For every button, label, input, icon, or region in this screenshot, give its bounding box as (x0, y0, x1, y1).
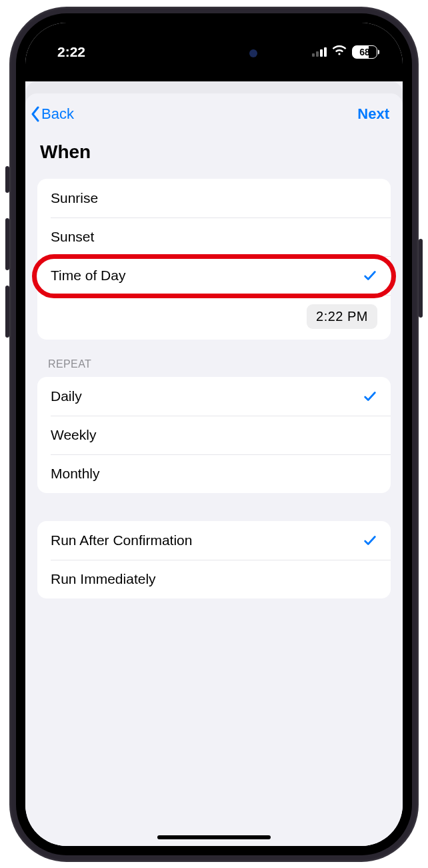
option-label: Weekly (51, 427, 96, 443)
time-picker-row[interactable]: 2:22 PM (37, 295, 391, 340)
status-time: 2:22 (57, 44, 85, 60)
option-label: Time of Day (51, 268, 125, 284)
option-sunrise[interactable]: Sunrise (37, 179, 391, 218)
device-frame: 2:22 68 (0, 0, 428, 868)
modal-sheet: Back Next When Sunrise Sunset (25, 93, 403, 846)
option-label: Run Immediately (51, 571, 156, 587)
cellular-signal-icon (312, 47, 327, 57)
screen: 2:22 68 (25, 23, 403, 846)
wifi-icon (332, 45, 347, 59)
time-value-pill[interactable]: 2:22 PM (307, 304, 377, 329)
chevron-left-icon (31, 106, 40, 122)
option-label: Run After Confirmation (51, 532, 192, 548)
repeat-section-header: REPEAT (25, 340, 403, 370)
repeat-options-group: Daily Weekly Monthly (37, 377, 391, 493)
next-button[interactable]: Next (357, 105, 389, 123)
next-label: Next (357, 105, 389, 122)
option-run-after-confirmation[interactable]: Run After Confirmation (37, 521, 391, 560)
checkmark-icon (363, 268, 377, 283)
option-label: Daily (51, 388, 82, 404)
run-options-group: Run After Confirmation Run Immediately (37, 521, 391, 598)
power-button (419, 239, 423, 318)
device-body: 2:22 68 (9, 7, 419, 862)
option-label: Sunrise (51, 190, 98, 206)
option-run-immediately[interactable]: Run Immediately (37, 560, 391, 598)
when-options-group: Sunrise Sunset Time of Day 2:22 P (37, 179, 391, 340)
back-label: Back (41, 105, 74, 123)
option-sunset[interactable]: Sunset (37, 218, 391, 256)
battery-level: 68 (359, 47, 370, 57)
checkmark-icon (363, 533, 377, 548)
option-monthly[interactable]: Monthly (37, 454, 391, 493)
option-label: Sunset (51, 229, 94, 245)
back-button[interactable]: Back (31, 105, 74, 123)
page-title: When (25, 131, 403, 167)
option-label: Monthly (51, 466, 100, 482)
camera-dot-icon (249, 49, 257, 57)
checkmark-icon (363, 389, 377, 404)
battery-indicator: 68 (352, 45, 377, 59)
device-bezel: 2:22 68 (16, 13, 412, 855)
home-indicator[interactable] (157, 835, 271, 839)
option-daily[interactable]: Daily (37, 377, 391, 416)
navigation-bar: Back Next (25, 93, 403, 131)
option-weekly[interactable]: Weekly (37, 416, 391, 454)
dynamic-island (164, 39, 264, 67)
option-time-of-day[interactable]: Time of Day (37, 256, 391, 295)
